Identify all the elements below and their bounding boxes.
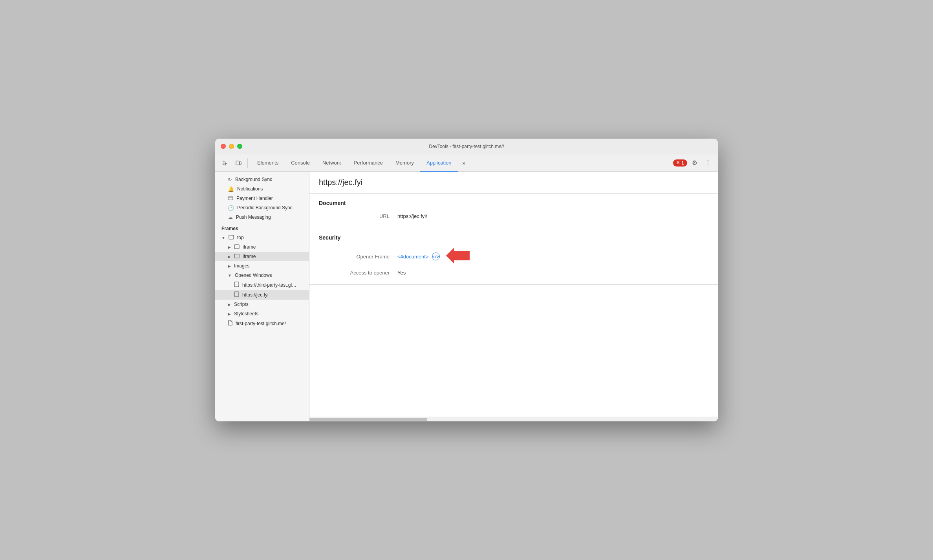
expand-arrow: ▼: [228, 273, 232, 278]
toolbar: Elements Console Network Performance Mem…: [215, 154, 718, 172]
sidebar-item-images[interactable]: ▶ Images: [215, 261, 309, 271]
more-options-button[interactable]: ⋮: [702, 157, 714, 169]
sidebar-item-label: first-party-test.glitch.me/: [236, 321, 286, 326]
svg-rect-4: [229, 235, 234, 239]
sidebar-item-label: Scripts: [234, 302, 249, 307]
frame-icon: [229, 235, 234, 241]
window-title: DevTools - first-party-test.glitch.me//: [429, 144, 504, 149]
tab-elements[interactable]: Elements: [251, 154, 285, 172]
sidebar-item-label: iframe: [243, 254, 256, 259]
url-row: URL https://jec.fyi/: [319, 211, 708, 221]
sidebar-item-scripts[interactable]: ▶ Scripts: [215, 300, 309, 309]
sidebar-item-label: Push Messaging: [236, 214, 271, 220]
access-to-opener-row: Access to opener Yes: [319, 267, 708, 278]
opener-frame-label: Opener Frame: [319, 254, 397, 260]
tab-memory[interactable]: Memory: [389, 154, 420, 172]
minimize-button[interactable]: [229, 144, 234, 149]
svg-rect-1: [240, 162, 241, 165]
sidebar-item-label: Notifications: [237, 186, 263, 192]
card-icon: [228, 196, 233, 201]
error-icon: ✕: [676, 160, 680, 165]
sidebar-item-label: iframe: [243, 244, 256, 250]
expand-arrow: ▶: [228, 312, 231, 316]
tab-console[interactable]: Console: [285, 154, 316, 172]
page-icon: [234, 291, 239, 298]
sidebar-item-stylesheets[interactable]: ▶ Stylesheets: [215, 309, 309, 318]
red-arrow-annotation: [446, 248, 470, 265]
sidebar-item-push-messaging[interactable]: ☁ Push Messaging: [215, 212, 309, 222]
sidebar-item-first-party-test[interactable]: first-party-test.glitch.me/: [215, 318, 309, 328]
error-badge[interactable]: ✕ 1: [673, 159, 687, 167]
maximize-button[interactable]: [237, 144, 242, 149]
security-section: Security Opener Frame <#document> </>: [309, 228, 718, 285]
url-label: URL: [319, 213, 397, 219]
access-to-opener-label: Access to opener: [319, 270, 397, 276]
sidebar-item-label: https://third-party-test.glitch.me/p: [242, 282, 297, 288]
frames-section-label: Frames: [215, 222, 309, 233]
frame-icon: [234, 244, 240, 250]
sidebar-item-notifications[interactable]: 🔔 Notifications: [215, 184, 309, 194]
svg-rect-7: [234, 282, 239, 287]
close-button[interactable]: [221, 144, 226, 149]
sidebar-item-iframe2[interactable]: ▶ iframe: [215, 252, 309, 261]
sidebar-item-label: Opened Windows: [235, 273, 272, 278]
frame-icon: [234, 254, 240, 260]
expand-arrow: ▶: [228, 264, 231, 268]
settings-button[interactable]: ⚙: [689, 157, 701, 169]
main-area: ↻ Background Sync 🔔 Notifications Paymen…: [215, 172, 718, 421]
cloud-icon: ☁: [228, 214, 233, 220]
svg-rect-8: [234, 292, 239, 296]
svg-rect-5: [234, 245, 239, 249]
error-count: 1: [681, 160, 684, 166]
expand-arrow: ▶: [228, 254, 231, 259]
sidebar-item-background-sync[interactable]: ↻ Background Sync: [215, 175, 309, 184]
more-tabs-button[interactable]: »: [459, 160, 469, 166]
tab-application[interactable]: Application: [420, 154, 458, 172]
tab-network[interactable]: Network: [316, 154, 348, 172]
svg-rect-0: [236, 161, 239, 165]
sidebar-item-label: Background Sync: [235, 177, 272, 182]
sidebar-item-iframe1[interactable]: ▶ iframe: [215, 242, 309, 252]
document-title: Document: [319, 200, 708, 206]
access-to-opener-value: Yes: [397, 270, 406, 276]
svg-rect-6: [234, 254, 239, 258]
sidebar-item-jec-fyi-window[interactable]: https://jec.fyi: [215, 290, 309, 300]
sidebar-item-label: top: [237, 235, 244, 240]
opener-frame-value-group: <#document> </>: [397, 248, 470, 265]
horizontal-scrollbar[interactable]: [309, 417, 718, 421]
svg-marker-9: [446, 248, 470, 264]
sidebar-item-label: https://jec.fyi: [242, 292, 269, 298]
sidebar-item-label: Payment Handler: [236, 196, 273, 201]
traffic-lights: [221, 144, 242, 149]
toolbar-divider-1: [247, 158, 248, 168]
sidebar-item-opened-windows[interactable]: ▼ Opened Windows: [215, 271, 309, 280]
svg-rect-2: [228, 197, 233, 200]
sidebar: ↻ Background Sync 🔔 Notifications Paymen…: [215, 172, 309, 421]
bell-icon: 🔔: [228, 186, 234, 192]
content-url: https://jec.fyi: [309, 172, 718, 194]
document-section: Document URL https://jec.fyi/: [309, 194, 718, 228]
clock-icon: 🕐: [228, 205, 234, 211]
cursor-tool-button[interactable]: [219, 157, 231, 169]
title-bar: DevTools - first-party-test.glitch.me//: [215, 139, 718, 154]
devtools-window: DevTools - first-party-test.glitch.me// …: [215, 139, 718, 421]
sidebar-item-label: Periodic Background Sync: [237, 205, 293, 210]
expand-arrow: ▼: [221, 236, 225, 240]
sidebar-item-top-frame[interactable]: ▼ top: [215, 233, 309, 242]
opener-frame-link[interactable]: <#document>: [397, 254, 429, 260]
horizontal-scrollbar-thumb[interactable]: [309, 418, 427, 421]
sidebar-item-periodic-bg-sync[interactable]: 🕐 Periodic Background Sync: [215, 203, 309, 212]
sidebar-item-third-party-window[interactable]: https://third-party-test.glitch.me/p: [215, 280, 309, 290]
security-title: Security: [319, 234, 708, 241]
toolbar-tabs: Elements Console Network Performance Mem…: [251, 154, 458, 172]
opener-frame-row: Opener Frame <#document> </>: [319, 245, 708, 267]
device-toggle-button[interactable]: [232, 157, 244, 169]
expand-arrow: ▶: [228, 245, 231, 249]
code-icon[interactable]: </>: [432, 253, 440, 260]
expand-arrow: ▶: [228, 302, 231, 307]
sidebar-item-payment-handler[interactable]: Payment Handler: [215, 194, 309, 203]
url-value: https://jec.fyi/: [397, 213, 427, 219]
content-panel: https://jec.fyi Document URL https://jec…: [309, 172, 718, 421]
tab-performance[interactable]: Performance: [348, 154, 389, 172]
page-icon: [234, 282, 239, 288]
